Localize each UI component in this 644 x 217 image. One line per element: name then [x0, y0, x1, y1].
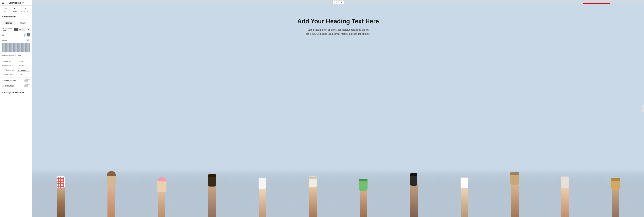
image-thumbnail[interactable]: [2, 43, 30, 52]
hand-7: [338, 173, 388, 217]
type-gradient-btn[interactable]: ◫: [22, 27, 26, 31]
hand-1: [36, 173, 86, 217]
attachment-row: Attachment Default: [0, 63, 32, 68]
arm-11: [561, 186, 569, 217]
cup-pattern-1: [57, 177, 64, 188]
background-section-header[interactable]: ▼ Background: [0, 14, 32, 19]
panel-collapse-btn[interactable]: ‹: [642, 105, 644, 112]
attachment-select[interactable]: Default: [17, 64, 30, 67]
cup-brown-lid: [510, 172, 519, 175]
tab-layout-label: Layout: [3, 10, 8, 12]
arm-7: [360, 189, 367, 217]
tab-style-label: Style: [12, 10, 16, 12]
canvas-heading[interactable]: Add Your Heading Text Here: [297, 18, 379, 25]
background-section-label: Background: [4, 15, 16, 18]
arm-2: [108, 183, 115, 217]
hand-2: [86, 173, 136, 217]
canvas-area: + ✕ Add Your Heading Text Here Lorem ips…: [32, 0, 644, 217]
add-element-btn[interactable]: +: [334, 1, 336, 3]
hand-5: [237, 173, 288, 217]
background-type-label: Background Type: [2, 27, 14, 31]
red-indicator-line: [583, 3, 610, 4]
state-normal-tab[interactable]: Normal: [2, 21, 16, 25]
cup-12: [611, 178, 620, 190]
cup-lid-green: [359, 179, 368, 181]
drag-handle[interactable]: [336, 1, 339, 3]
hand-8: [388, 173, 439, 217]
arm-1: [56, 187, 65, 217]
edit-color-btn[interactable]: ✏: [27, 33, 30, 36]
state-hover-tab[interactable]: Hover: [16, 21, 30, 25]
hand-6: [288, 173, 338, 217]
arm-3: [158, 190, 165, 217]
color-label: Color: [2, 34, 23, 36]
canvas-toolbar: + ✕: [32, 0, 644, 4]
cup-2: [107, 171, 116, 185]
mouse-effects-knob: [28, 85, 30, 87]
tab-layout[interactable]: ⊞ Layout: [1, 5, 10, 14]
cup-8: [410, 173, 417, 186]
arm-4: [208, 185, 216, 217]
type-none-btn[interactable]: ✕: [14, 27, 18, 31]
image-row: Image 🖥 ⁞: [0, 37, 32, 42]
attachment-label: Attachment: [2, 65, 17, 67]
arm-12: [612, 188, 619, 217]
mouse-effects-toggle[interactable]: Off: [24, 84, 30, 87]
dynamic-tags-icon[interactable]: ⁞: [30, 38, 30, 41]
tab-style[interactable]: ● Style: [10, 5, 19, 14]
color-controls: 🌐 ✏: [23, 33, 30, 36]
add-section-btn[interactable]: +: [567, 163, 570, 168]
scrolling-effects-label: Scrolling Effects: [2, 80, 24, 82]
position-row: Position 🖥 Default: [0, 59, 32, 63]
cup-4: [208, 174, 216, 187]
divider-1: [0, 58, 32, 58]
global-color-btn[interactable]: 🌐: [23, 33, 26, 36]
left-panel: Edit Container ⊞ Layout ● Style ⚙ Advanc…: [0, 0, 32, 217]
hands-row: [32, 173, 644, 217]
background-arrow-icon: ▼: [2, 16, 4, 18]
panel-header: Edit Container: [0, 0, 32, 5]
panel-title: Edit Container: [8, 1, 24, 4]
cup-11: [561, 176, 569, 188]
mouse-effects-row: Mouse Effects Off: [0, 83, 32, 88]
grid-icon[interactable]: [28, 1, 30, 4]
background-overlay-section[interactable]: ▶ Background Overlay: [0, 90, 32, 95]
frosting: [158, 177, 166, 182]
type-classic-btn[interactable]: ▣: [18, 27, 22, 31]
repeat-label: → Repeat 🖥: [2, 69, 17, 71]
arm-8: [410, 184, 418, 217]
display-size-select[interactable]: Cover: [17, 73, 30, 76]
background-overlay-arrow-icon: ▶: [2, 92, 3, 94]
cup-5: [258, 178, 266, 189]
repeat-monitor-icon: 🖥: [12, 69, 14, 71]
cup-sleeve: [309, 177, 317, 179]
scrolling-effects-toggle[interactable]: Off: [24, 79, 30, 82]
scrolling-effects-row: Scrolling Effects Off: [0, 78, 32, 83]
advanced-icon: ⚙: [24, 7, 26, 10]
scrolling-effects-knob: [28, 80, 30, 82]
repeat-select-wrapper: No-repeat: [17, 69, 30, 72]
cup-9: [460, 177, 468, 189]
cup-dark-lid: [410, 173, 417, 176]
type-video-btn[interactable]: ▶: [26, 27, 30, 31]
tab-advanced[interactable]: ⚙ Advanced: [19, 5, 31, 14]
layout-icon: ⊞: [5, 7, 7, 10]
position-label: Position 🖥: [2, 60, 17, 62]
position-monitor-icon: 🖥: [9, 60, 11, 62]
monitor-icon: 🖥: [27, 39, 29, 41]
cup-warm-lid: [611, 178, 620, 181]
hand-3: [136, 173, 187, 217]
canvas-body-text[interactable]: Lorem ipsum dolor sit amet, consectetur …: [306, 28, 370, 36]
image-resolution-row: Image Resolution Full: [0, 53, 32, 57]
display-monitor-icon: 🖥: [13, 74, 14, 75]
image-resolution-label: Image Resolution: [2, 54, 17, 56]
menu-icon[interactable]: [2, 2, 4, 4]
position-select[interactable]: Default: [17, 60, 30, 63]
remove-element-btn[interactable]: ✕: [340, 1, 342, 3]
hand-11: [540, 173, 590, 217]
cup-3: [157, 181, 166, 192]
repeat-row: → Repeat 🖥 No-repeat: [0, 68, 32, 72]
hands-photo-strip: [32, 168, 644, 217]
repeat-select[interactable]: No-repeat: [17, 69, 30, 72]
image-resolution-select[interactable]: Full: [17, 54, 30, 57]
